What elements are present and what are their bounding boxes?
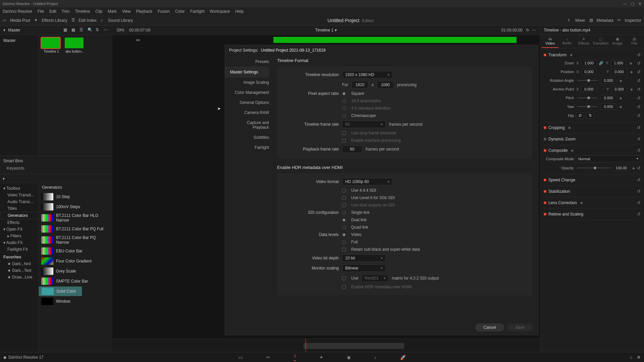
nav-fairlight[interactable]: Fairlight xyxy=(225,142,274,153)
page-fairlight[interactable]: ♪ xyxy=(374,355,377,360)
cancel-button[interactable]: Cancel xyxy=(475,323,504,331)
tab-video[interactable]: ▭Video xyxy=(542,37,558,48)
viewer-zoom[interactable]: 39% xyxy=(116,28,124,33)
fx-bt2111-pq-full[interactable]: BT.2111 Color Bar PQ Full xyxy=(39,224,112,234)
par-cinemascope-radio[interactable] xyxy=(342,114,346,118)
opacity-input[interactable]: 100.00 xyxy=(613,165,629,171)
menu-app[interactable]: DaVinci Resolve xyxy=(3,9,32,14)
pitch-slider[interactable] xyxy=(577,98,597,98)
more-icon[interactable]: ⋯ xyxy=(104,27,109,33)
reset-icon[interactable]: ↺ xyxy=(637,52,641,57)
pitch-input[interactable]: 0.000 xyxy=(601,95,616,101)
reset-icon[interactable]: ↺ xyxy=(637,166,641,171)
fx-four-color-gradient[interactable]: Four Color Gradient xyxy=(39,256,112,266)
zoom-x-input[interactable]: 1.000 xyxy=(581,60,597,66)
viewer-timeline-name[interactable]: Timeline 1 ▾ xyxy=(150,28,501,33)
tree-video-transitions[interactable]: Video Transitions xyxy=(0,192,38,198)
close-icon[interactable]: ✕ xyxy=(638,2,641,6)
media-pool-button[interactable]: ▭Media Pool xyxy=(3,18,30,23)
nav-presets[interactable]: Presets xyxy=(225,57,274,67)
enable-dot[interactable] xyxy=(544,54,546,56)
keyframe-icon[interactable]: ◆ xyxy=(620,105,622,109)
nav-subtitles[interactable]: Subtitles xyxy=(225,132,274,142)
page-color[interactable]: ◉ xyxy=(347,355,351,360)
menu-fusion[interactable]: Fusion xyxy=(158,9,170,14)
sdi-single-radio[interactable] xyxy=(342,211,346,215)
keyframe-icon[interactable]: ◆ xyxy=(630,61,632,65)
tree-toolbox[interactable]: ▾ Toolbox xyxy=(0,185,38,192)
reset-icon[interactable]: ↺ xyxy=(637,78,641,83)
nav-master-settings[interactable]: Master Settings xyxy=(225,67,269,77)
menu-timeline[interactable]: Timeline xyxy=(75,9,90,14)
menu-playback[interactable]: Playback xyxy=(136,9,152,14)
tab-image[interactable]: ▣Image xyxy=(609,37,626,48)
reset-icon[interactable]: ↺ xyxy=(637,69,641,74)
nav-capture-playback[interactable]: Capture and Playback xyxy=(225,118,274,132)
home-icon[interactable]: ⌂ xyxy=(630,355,632,360)
nav-general-options[interactable]: General Options xyxy=(225,98,274,108)
fx-100mv-steps[interactable]: 100mV Steps xyxy=(39,202,112,212)
search-icon[interactable]: 🔍 xyxy=(88,27,93,33)
timeline-resolution-select[interactable]: 644 x 362 HD▾ xyxy=(342,71,392,78)
menu-trim[interactable]: Trim xyxy=(62,9,70,14)
keyframe-icon[interactable]: ◆ xyxy=(632,166,635,170)
fav-2[interactable]: ★ Dark...Text xyxy=(0,267,38,274)
reset-icon[interactable]: ↺ xyxy=(637,96,641,101)
stabilization-section[interactable]: Stabilization↺ xyxy=(543,186,641,197)
keyframe-icon[interactable]: ◆ xyxy=(570,53,573,57)
fx-grey-scale[interactable]: Grey Scale xyxy=(39,266,112,276)
viewer-more-icon[interactable]: ⋯ xyxy=(532,28,536,33)
reset-icon[interactable]: ↺ xyxy=(637,113,641,118)
sdi-dual-radio[interactable] xyxy=(342,218,346,222)
tree-titles[interactable]: Titles xyxy=(0,205,38,212)
par-169-radio[interactable] xyxy=(342,99,346,103)
flip-v-button[interactable]: ⇅ xyxy=(586,112,594,119)
skip-back-icon[interactable]: ⏮ xyxy=(136,38,140,42)
dl-video-radio[interactable] xyxy=(342,233,346,237)
tab-audio[interactable]: ♪Audio xyxy=(558,37,575,48)
reset-icon[interactable]: ↺ xyxy=(637,148,641,153)
save-button[interactable]: Save xyxy=(507,323,533,331)
fav-3[interactable]: ★ Draw...Line xyxy=(0,274,38,281)
nav-camera-raw[interactable]: Camera RAW xyxy=(225,108,274,118)
anchor-x-input[interactable]: 0.000 xyxy=(581,86,597,92)
anchor-y-input[interactable]: 0.000 xyxy=(611,86,627,92)
use-444-checkbox[interactable] xyxy=(342,189,346,192)
pos-x-input[interactable]: 0.000 xyxy=(581,69,597,75)
page-deliver[interactable]: 🚀 xyxy=(400,355,406,360)
metadata-button[interactable]: ▤Metadata xyxy=(589,18,613,23)
fx-solid-color[interactable]: Solid Color xyxy=(39,286,82,296)
tree-filters[interactable]: ▸ Filters xyxy=(0,233,38,239)
edit-index-button[interactable]: ☰Edit Index xyxy=(71,18,97,23)
fav-1[interactable]: ★ Dark...hird xyxy=(0,260,38,267)
width-input[interactable]: 1920 xyxy=(352,81,368,88)
timeline-area[interactable] xyxy=(112,339,540,352)
tree-openfx[interactable]: ▾ Open FX xyxy=(0,226,38,233)
list-view-icon[interactable]: ☰ xyxy=(79,27,85,33)
effects-library-button[interactable]: ✦Effects Library xyxy=(34,18,67,23)
yaw-slider[interactable] xyxy=(577,106,597,107)
cropping-section[interactable]: Cropping◆↺ xyxy=(543,122,641,134)
sdi-quad-radio[interactable] xyxy=(342,226,346,229)
lens-correction-section[interactable]: Lens Correction◆↺ xyxy=(543,197,641,209)
tab-file[interactable]: ▤File xyxy=(626,37,643,48)
tree-effects[interactable]: Effects xyxy=(0,219,38,226)
keyframe-icon[interactable]: ◆ xyxy=(630,70,633,74)
fx-bt2111-pq-narrow[interactable]: BT.2111 Color Bar PQ Narrow xyxy=(39,234,112,246)
link-icon[interactable]: 🔗 xyxy=(599,61,603,65)
fx-ebu-color-bar[interactable]: EBU Color Bar xyxy=(39,246,112,256)
viewer-loop-icon[interactable]: ↻ xyxy=(526,28,529,33)
fx-window[interactable]: Window xyxy=(39,296,112,306)
keyframe-icon[interactable]: ◆ xyxy=(630,87,633,91)
height-input[interactable]: 1080 xyxy=(377,81,394,88)
mixer-button[interactable]: ⫴Mixer xyxy=(568,18,585,23)
smart-bin-keywords[interactable]: Keywords xyxy=(3,165,109,171)
par-43-radio[interactable] xyxy=(342,107,346,110)
page-fusion[interactable]: ✦ xyxy=(319,355,323,360)
retain-checkbox[interactable] xyxy=(342,248,346,251)
tab-effects[interactable]: ✦Effects xyxy=(575,37,592,48)
reset-icon[interactable]: ↺ xyxy=(637,104,641,109)
reset-icon[interactable]: ↺ xyxy=(637,87,641,92)
yaw-input[interactable]: 0.000 xyxy=(601,104,616,110)
clip-timeline1[interactable]: Timeline 1 xyxy=(41,38,61,53)
